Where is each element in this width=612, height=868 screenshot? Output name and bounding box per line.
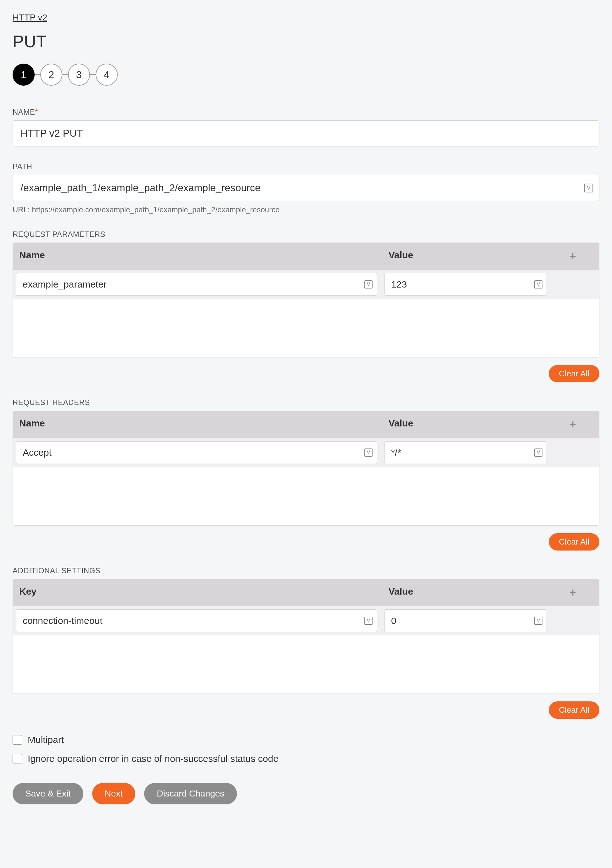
path-url-hint: URL: https://example.com/example_path_1/… bbox=[12, 205, 600, 214]
step-3[interactable]: 3 bbox=[68, 64, 90, 86]
step-line bbox=[62, 74, 68, 75]
headers-clear-all-button[interactable]: Clear All bbox=[549, 533, 600, 550]
table-row: V V bbox=[13, 606, 599, 635]
step-2[interactable]: 2 bbox=[40, 64, 62, 86]
request-params-label: REQUEST PARAMETERS bbox=[12, 230, 600, 239]
headers-col-value: Value bbox=[382, 411, 547, 438]
step-line bbox=[35, 74, 40, 75]
path-input[interactable] bbox=[12, 175, 600, 201]
save-exit-button[interactable]: Save & Exit bbox=[12, 783, 83, 804]
param-value-input[interactable] bbox=[385, 273, 547, 296]
next-button[interactable]: Next bbox=[92, 783, 136, 804]
variable-picker-icon[interactable]: V bbox=[534, 617, 542, 625]
table-row: V V bbox=[13, 438, 599, 467]
additional-col-key: Key bbox=[13, 579, 382, 606]
params-clear-all-button[interactable]: Clear All bbox=[549, 365, 600, 382]
discard-changes-button[interactable]: Discard Changes bbox=[144, 783, 237, 804]
additional-add-row[interactable]: + bbox=[546, 579, 599, 606]
additional-key-input[interactable] bbox=[16, 609, 377, 632]
variable-picker-icon[interactable]: V bbox=[365, 448, 372, 457]
params-col-value: Value bbox=[382, 243, 547, 270]
params-add-row[interactable]: + bbox=[546, 243, 599, 270]
headers-col-name: Name bbox=[13, 411, 382, 438]
name-input[interactable] bbox=[12, 120, 600, 146]
ignore-error-label: Ignore operation error in case of non-su… bbox=[28, 753, 278, 764]
headers-empty-area bbox=[13, 467, 599, 525]
additional-settings-label: ADDITIONAL SETTINGS bbox=[12, 566, 600, 575]
multipart-label: Multipart bbox=[28, 735, 64, 745]
params-table: Name Value + V V bbox=[12, 242, 600, 358]
path-label: PATH bbox=[12, 162, 600, 171]
headers-table: Name Value + V V bbox=[12, 411, 600, 525]
multipart-row[interactable]: Multipart bbox=[12, 735, 600, 745]
params-empty-area bbox=[13, 299, 599, 357]
table-row: V V bbox=[13, 270, 599, 299]
additional-empty-area bbox=[13, 635, 599, 693]
variable-picker-icon[interactable]: V bbox=[365, 280, 372, 288]
additional-clear-all-button[interactable]: Clear All bbox=[549, 701, 600, 719]
breadcrumb-http-v2[interactable]: HTTP v2 bbox=[12, 12, 47, 22]
ignore-error-checkbox[interactable] bbox=[12, 754, 22, 763]
step-1[interactable]: 1 bbox=[12, 64, 35, 86]
step-4[interactable]: 4 bbox=[96, 64, 118, 86]
ignore-error-row[interactable]: Ignore operation error in case of non-su… bbox=[12, 753, 600, 764]
variable-picker-icon[interactable]: V bbox=[365, 617, 372, 625]
param-name-input[interactable] bbox=[16, 273, 377, 296]
variable-picker-icon[interactable]: V bbox=[584, 184, 593, 192]
variable-picker-icon[interactable]: V bbox=[534, 280, 542, 288]
request-headers-label: REQUEST HEADERS bbox=[12, 398, 600, 407]
page-title: PUT bbox=[12, 31, 600, 51]
step-line bbox=[90, 74, 96, 75]
multipart-checkbox[interactable] bbox=[12, 735, 22, 744]
stepper: 1 2 3 4 bbox=[12, 64, 600, 86]
additional-value-input[interactable] bbox=[385, 609, 547, 632]
headers-add-row[interactable]: + bbox=[546, 411, 599, 438]
additional-col-value: Value bbox=[382, 579, 547, 606]
header-value-input[interactable] bbox=[385, 441, 547, 464]
variable-picker-icon[interactable]: V bbox=[534, 448, 542, 457]
header-name-input[interactable] bbox=[16, 441, 377, 464]
additional-table: Key Value + V V bbox=[12, 579, 600, 694]
name-label: NAME* bbox=[12, 108, 600, 116]
required-asterisk: * bbox=[35, 108, 38, 116]
params-col-name: Name bbox=[13, 243, 382, 270]
